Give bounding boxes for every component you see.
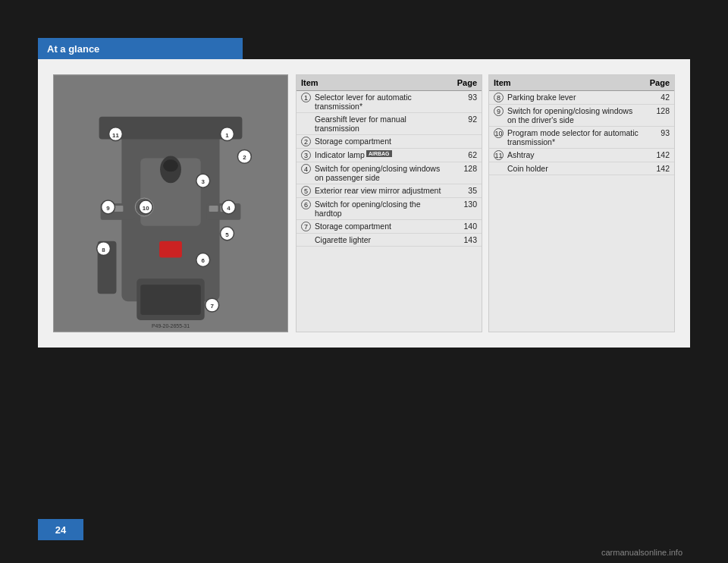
table-cell-item: 7 Storage compartment (297, 220, 451, 234)
item-text: Exterior rear view mirror adjustment (315, 186, 441, 195)
table-cell-item: 2 Storage compartment (297, 135, 451, 149)
item-text: Storage compartment (315, 137, 391, 146)
svg-rect-10 (209, 206, 218, 212)
item-text: Gearshift lever for manual transmission (315, 115, 406, 133)
item-number-badge: 1 (301, 93, 311, 102)
svg-text:3: 3 (202, 178, 206, 185)
table-cell-item: 3 Indicator lamp AIRBAG (297, 149, 451, 162)
table-row: 3 Indicator lamp AIRBAG 62 (297, 149, 482, 162)
table-cell-item: 9 Switch for opening/closing windows on … (489, 105, 644, 127)
tables-area: Item Page 1 Selector lever for automatic… (296, 74, 675, 332)
right-table-page-header: Page (644, 75, 674, 91)
watermark: carmanualsonline.info (601, 548, 682, 557)
table-cell-item: 5 Exterior rear view mirror adjustment (297, 184, 451, 198)
table-cell-page: 143 (451, 234, 482, 247)
table-cell-page: 140 (451, 220, 482, 234)
table-row: 2 Storage compartment (297, 135, 482, 149)
item-text: Switch for opening/closing windows on th… (507, 106, 639, 124)
table-row: 6 Switch for opening/closing the hardtop… (297, 198, 482, 220)
item-number-badge: 5 (301, 186, 311, 196)
svg-text:5: 5 (225, 231, 229, 238)
item-number-badge: 7 (301, 222, 311, 231)
page-number: 24 (55, 524, 66, 536)
item-text: Selector lever for automatic transmissio… (315, 93, 447, 111)
table-row: Coin holder 142 (489, 162, 674, 175)
table-cell-item: 8 Parking brake lever (489, 91, 644, 105)
svg-point-5 (163, 159, 178, 171)
svg-rect-15 (140, 285, 200, 315)
svg-text:1: 1 (225, 132, 229, 139)
item-text: Program mode selector for automatic tran… (507, 128, 639, 146)
svg-rect-12 (159, 241, 182, 258)
table-row: 9 Switch for opening/closing windows on … (489, 105, 674, 127)
table-cell-page: 93 (451, 91, 482, 113)
svg-text:7: 7 (210, 303, 214, 310)
item-text: Indicator lamp (315, 150, 365, 159)
table-row: 4 Switch for opening/closing windows on … (297, 162, 482, 184)
svg-text:9: 9 (106, 205, 110, 212)
left-table-page-header: Page (451, 75, 482, 91)
item-number-badge: 8 (494, 93, 504, 102)
table-cell-item: 4 Switch for opening/closing windows on … (297, 162, 451, 184)
main-area: P49-20-2655-31 11 10 1 2 3 4 9 8 (38, 59, 690, 348)
table-row: 11 Ashtray 142 (489, 149, 674, 162)
item-text: Storage compartment (315, 222, 391, 231)
table-row: 5 Exterior rear view mirror adjustment 3… (297, 184, 482, 198)
right-reference-table: Item Page 8 Parking brake lever 42 (488, 74, 675, 332)
table-cell-item: Gearshift lever for manual transmission (297, 113, 451, 135)
right-table-item-header: Item (489, 75, 644, 91)
svg-rect-8 (114, 206, 123, 212)
airbag-badge: AIRBAG (366, 150, 392, 157)
item-number-badge: 6 (301, 200, 311, 209)
table-cell-page: 142 (644, 162, 674, 175)
table-row: 10 Program mode selector for automatic t… (489, 127, 674, 149)
svg-text:6: 6 (202, 257, 206, 264)
table-cell-page: 35 (451, 184, 482, 198)
table-cell-page: 42 (644, 91, 674, 105)
item-number-badge: 10 (494, 128, 504, 138)
item-text: Parking brake lever (507, 93, 576, 102)
item-number-badge: 11 (494, 150, 504, 160)
table-cell-page: 93 (644, 127, 674, 149)
item-number-badge: 4 (301, 164, 311, 174)
table-row: 7 Storage compartment 140 (297, 220, 482, 234)
left-reference-table: Item Page 1 Selector lever for automatic… (296, 74, 482, 332)
item-text: Switch for opening/closing windows on pa… (315, 164, 447, 182)
table-cell-page (451, 135, 482, 149)
table-cell-item: 6 Switch for opening/closing the hardtop (297, 198, 451, 220)
svg-text:2: 2 (243, 154, 246, 161)
table-cell-page: 130 (451, 198, 482, 220)
table-row: Gearshift lever for manual transmission … (297, 113, 482, 135)
table-cell-page: 92 (451, 113, 482, 135)
table-cell-item: 10 Program mode selector for automatic t… (489, 127, 644, 149)
item-number-badge: 9 (494, 106, 504, 116)
svg-text:4: 4 (227, 205, 231, 212)
svg-text:11: 11 (112, 132, 119, 139)
svg-text:8: 8 (102, 247, 105, 253)
car-diagram-image: P49-20-2655-31 11 10 1 2 3 4 9 8 (53, 74, 288, 332)
table-cell-item: 11 Ashtray (489, 149, 644, 162)
page-number-bar: 24 (38, 519, 83, 540)
table-row: Cigarette lighter 143 (297, 234, 482, 247)
item-text: Switch for opening/closing the hardtop (315, 200, 447, 218)
car-interior-svg: P49-20-2655-31 11 10 1 2 3 4 9 8 (54, 75, 287, 332)
table-cell-page: 128 (644, 105, 674, 127)
item-number-badge: 3 (301, 150, 311, 160)
item-number-badge: 2 (301, 137, 311, 146)
table-cell-item: Cigarette lighter (297, 234, 451, 247)
header-title: At a glance (47, 43, 99, 55)
item-text: Cigarette lighter (315, 235, 371, 244)
table-cell-item: Coin holder (489, 162, 644, 175)
item-text: Coin holder (507, 164, 548, 173)
table-row: 8 Parking brake lever 42 (489, 91, 674, 105)
table-cell-item: 1 Selector lever for automatic transmiss… (297, 91, 451, 113)
left-table-item-header: Item (297, 75, 451, 91)
table-cell-page: 128 (451, 162, 482, 184)
table-cell-page: 62 (451, 149, 482, 162)
image-caption-text: P49-20-2655-31 (152, 323, 190, 329)
header-bar: At a glance (38, 38, 243, 59)
item-text: Ashtray (507, 150, 535, 159)
table-cell-page: 142 (644, 149, 674, 162)
svg-text:10: 10 (143, 205, 149, 212)
table-row: 1 Selector lever for automatic transmiss… (297, 91, 482, 113)
